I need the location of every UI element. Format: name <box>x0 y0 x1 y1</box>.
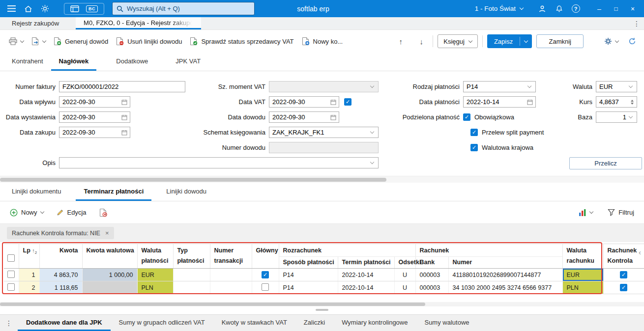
recalculate-button[interactable]: Przelicz <box>569 157 642 169</box>
row-checkbox[interactable] <box>7 271 15 278</box>
grid-delete-icon[interactable] <box>95 205 111 220</box>
minimize-button[interactable]: – <box>591 1 608 16</box>
cell-termin-platnosci[interactable]: 2022-10-14 <box>338 281 394 294</box>
scrollbar-thumb[interactable] <box>0 303 425 306</box>
payment-date-field[interactable] <box>463 96 536 108</box>
maximize-button[interactable]: □ <box>608 1 624 16</box>
colgroup-rozrachunek[interactable]: Rozrachunek <box>279 244 415 257</box>
cell-odsetki[interactable]: U <box>394 281 415 294</box>
payment-date-input[interactable] <box>464 97 527 107</box>
remove-filter-icon[interactable]: × <box>105 229 109 237</box>
payment-type-combo[interactable] <box>463 81 536 92</box>
save-button[interactable]: Zapisz <box>487 34 532 48</box>
refresh-icon[interactable] <box>625 34 639 48</box>
control-checkbox[interactable] <box>620 271 627 278</box>
col-typ-platnosci[interactable]: Typ płatności <box>173 244 210 269</box>
tab-terminarz-platnosci[interactable]: Terminarz płatności <box>76 183 151 201</box>
issue-date-field[interactable] <box>59 111 130 123</box>
base-input[interactable] <box>596 112 629 122</box>
delete-document-lines-button[interactable]: Usuń linijki dowodu <box>112 34 186 49</box>
spinner-icon[interactable] <box>631 100 634 105</box>
domestic-currency-checkbox[interactable] <box>470 144 478 151</box>
tab-wymiary-kontrolingowe[interactable]: Wymiary kontrolingowe <box>333 315 416 331</box>
invoice-number-field[interactable] <box>59 81 185 92</box>
tab-edycja-rejestr-zakupow[interactable]: M0, FZKO, 0 - Edycja - Rejestr zakupó <box>76 17 201 29</box>
invoice-number-input[interactable] <box>59 82 185 92</box>
post-button[interactable]: Księguj <box>438 34 478 48</box>
check-vat-status-button[interactable]: Sprawdź status sprzedawcy VAT <box>186 34 297 49</box>
col-bank[interactable]: Bank <box>415 257 448 269</box>
splitter-grip[interactable] <box>316 309 328 311</box>
cell-typ-platnosci[interactable] <box>173 269 210 281</box>
cell-kwota-walutowa[interactable] <box>82 281 137 294</box>
cell-numer[interactable]: 41188010192026899007144877 <box>448 269 562 281</box>
cell-waluta-platnosci[interactable]: EUR <box>137 269 173 281</box>
help-icon[interactable]: ? <box>567 2 584 16</box>
description-input[interactable] <box>59 158 371 168</box>
cell-glowny[interactable] <box>252 281 279 294</box>
scrollbar-thumb[interactable] <box>0 178 386 182</box>
close-window-button[interactable]: × <box>624 1 641 16</box>
calendar-icon[interactable] <box>527 99 533 105</box>
bottom-tabs-menu-icon[interactable]: ⋮ <box>0 315 18 331</box>
export-document-button[interactable] <box>28 34 50 49</box>
row-checkbox[interactable] <box>7 283 15 291</box>
issue-date-input[interactable] <box>59 112 121 122</box>
tab-rejestr-zakupow[interactable]: Rejestr zakupów <box>4 17 67 29</box>
col-kwota[interactable]: Kwota <box>39 244 82 269</box>
tab-linijki-dokumentu[interactable]: Linijki dokumentu <box>4 183 69 201</box>
grid-scroll-left-icon[interactable]: ‹ <box>639 248 641 256</box>
document-date-field[interactable] <box>269 111 339 123</box>
company-selector[interactable]: 1 - Foto Świat <box>475 5 523 12</box>
close-button[interactable]: Zamknij <box>536 34 584 48</box>
tab-zaliczki[interactable]: Zaliczki <box>295 315 333 331</box>
print-button[interactable] <box>5 34 28 48</box>
cell-glowny[interactable] <box>252 269 279 281</box>
tab-kwoty-w-stawkach[interactable]: Kwoty w stawkach VAT <box>213 315 295 331</box>
cell-waluta-rachunku[interactable]: EUR <box>562 269 603 281</box>
bell-icon[interactable] <box>551 2 567 16</box>
hamburger-menu-icon[interactable] <box>3 2 20 16</box>
filter-button[interactable]: Filtruj <box>604 206 638 219</box>
tab-dodatkowe[interactable]: Dodatkowe <box>108 53 156 71</box>
posting-scheme-input[interactable] <box>269 127 371 138</box>
vat-date-field[interactable] <box>269 96 339 108</box>
split-payment-transfer-checkbox[interactable] <box>470 129 478 136</box>
calendar-icon[interactable] <box>121 99 127 105</box>
cell-termin-platnosci[interactable]: 2022-10-14 <box>338 269 394 281</box>
tab-sumy-w-grupach[interactable]: Sumy w grupach odliczeń VAT <box>111 315 213 331</box>
tab-dodatkowe-dane-jpk[interactable]: Dodatkowe dane dla JPK <box>18 315 111 331</box>
cell-kwota-walutowa[interactable]: 1 000,00 <box>82 269 137 281</box>
currency-combo[interactable] <box>596 81 637 92</box>
cell-kwota[interactable]: 4 863,70 <box>39 269 82 281</box>
cell-lp[interactable]: 2 <box>19 281 39 294</box>
cell-lp[interactable]: 1 <box>19 269 39 281</box>
select-all-checkbox[interactable] <box>7 254 15 262</box>
tab-sumy-walutowe[interactable]: Sumy walutowe <box>416 315 477 331</box>
rate-field[interactable] <box>596 96 637 108</box>
process-settings-button[interactable] <box>600 34 622 48</box>
rate-input[interactable] <box>596 97 631 107</box>
cell-odsetki[interactable]: U <box>394 269 415 281</box>
cell-kontrola[interactable] <box>603 269 644 281</box>
tab-kontrahent[interactable]: Kontrahent <box>4 53 51 71</box>
user-icon[interactable] <box>534 2 551 16</box>
filter-chip[interactable]: Rachunek Kontrola formatu: NIE × <box>7 227 114 239</box>
vat-date-checkbox[interactable] <box>344 98 351 106</box>
global-search[interactable] <box>112 2 255 15</box>
tab-linijki-dowodu[interactable]: Linijki dowodu <box>158 183 214 201</box>
payment-type-input[interactable] <box>464 82 528 92</box>
col-glowny[interactable]: Główny <box>252 244 279 269</box>
cell-sposob-platnosci[interactable]: P14 <box>279 281 338 294</box>
move-down-icon[interactable]: ↓ <box>414 34 428 48</box>
cell-waluta-platnosci[interactable]: PLN <box>137 281 173 294</box>
colgroup-rachunek[interactable]: Rachunek <box>415 244 562 257</box>
calendar-icon[interactable] <box>121 114 127 120</box>
base-combo[interactable] <box>596 111 637 123</box>
tab-jpk-vat[interactable]: JPK VAT <box>168 53 208 71</box>
col-numer-transakcji[interactable]: Numer transakcji <box>210 244 252 269</box>
tab-naglowek[interactable]: Nagłówek <box>51 53 97 71</box>
select-all-header[interactable] <box>4 244 19 269</box>
col-kwota-walutowa[interactable]: Kwota walutowa <box>82 244 137 269</box>
document-date-input[interactable] <box>269 112 330 122</box>
